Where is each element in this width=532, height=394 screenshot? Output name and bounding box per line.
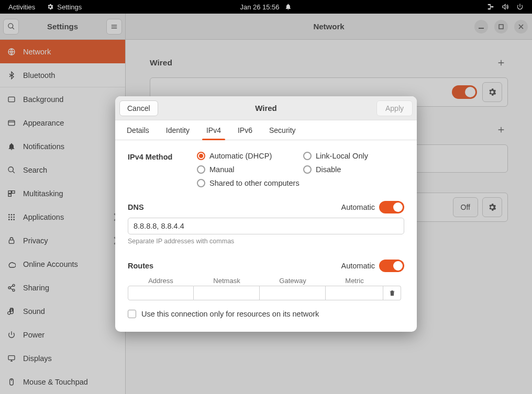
- checkbox-icon: [128, 310, 136, 318]
- tab-identity[interactable]: Identity: [165, 126, 191, 140]
- dns-heading: DNS: [128, 203, 144, 211]
- dns-automatic-label: Automatic: [341, 203, 375, 211]
- route-netmask-input[interactable]: [194, 286, 260, 300]
- radio-manual[interactable]: Manual: [197, 165, 298, 174]
- radio-shared[interactable]: Shared to other computers: [197, 179, 404, 187]
- route-gateway-input[interactable]: [260, 286, 326, 300]
- radio-label: Link-Local Only: [316, 152, 368, 160]
- dns-input[interactable]: [128, 218, 404, 234]
- app-menu-label: Settings: [57, 3, 82, 11]
- route-address-input[interactable]: [128, 286, 194, 300]
- radio-label: Automatic (DHCP): [209, 152, 272, 160]
- col-metric: Metric: [345, 275, 363, 286]
- activities-button[interactable]: Activities: [8, 3, 35, 11]
- routes-table: Address Netmask Gateway Metric: [128, 275, 404, 300]
- radio-disable[interactable]: Disable: [303, 165, 404, 174]
- notifications-icon: [285, 3, 292, 10]
- dns-hint: Separate IP addresses with commas: [128, 238, 404, 245]
- routes-automatic-toggle[interactable]: [379, 260, 404, 272]
- dialog-title: Wired: [255, 104, 277, 112]
- ipv4-method-label: IPv4 Method: [128, 152, 197, 161]
- tab-ipv4[interactable]: IPv4: [205, 126, 222, 140]
- apply-button[interactable]: Apply: [376, 100, 413, 116]
- col-gateway: Gateway: [279, 275, 306, 286]
- radio-label: Manual: [209, 165, 235, 174]
- radio-linklocal[interactable]: Link-Local Only: [303, 152, 404, 160]
- dialog-tabbar: Details Identity IPv4 IPv6 Security: [115, 120, 417, 140]
- clock-label: Jan 26 15:56: [240, 3, 279, 11]
- use-only-this-checkbox[interactable]: Use this connection only for resources o…: [128, 310, 404, 318]
- dialog-header: Cancel Wired Apply: [115, 96, 417, 120]
- cancel-button[interactable]: Cancel: [119, 100, 158, 116]
- power-icon[interactable]: [516, 3, 524, 10]
- dns-automatic-toggle[interactable]: [379, 201, 404, 213]
- settings-window: Settings Network Network Bluetooth Backg…: [0, 14, 532, 394]
- radio-label: Disable: [316, 165, 341, 174]
- route-metric-input[interactable]: [326, 286, 383, 300]
- routes-heading: Routes: [128, 262, 153, 270]
- network-status-icon[interactable]: [487, 3, 494, 10]
- tab-ipv6[interactable]: IPv6: [237, 126, 253, 140]
- radio-automatic[interactable]: Automatic (DHCP): [197, 152, 298, 160]
- route-delete-button[interactable]: [383, 286, 401, 300]
- radio-label: Shared to other computers: [209, 179, 300, 187]
- wired-settings-dialog: Cancel Wired Apply Details Identity IPv4…: [115, 96, 417, 332]
- settings-icon: [47, 3, 54, 10]
- top-panel: Activities Settings Jan 26 15:56: [0, 0, 532, 14]
- volume-icon[interactable]: [502, 3, 509, 10]
- clock-area[interactable]: Jan 26 15:56: [240, 3, 292, 11]
- app-menu[interactable]: Settings: [47, 3, 82, 11]
- tab-security[interactable]: Security: [268, 126, 297, 140]
- col-netmask: Netmask: [213, 275, 240, 286]
- col-address: Address: [148, 275, 173, 286]
- tab-details[interactable]: Details: [126, 126, 150, 140]
- use-only-this-label: Use this connection only for resources o…: [141, 310, 319, 318]
- routes-automatic-label: Automatic: [341, 262, 375, 270]
